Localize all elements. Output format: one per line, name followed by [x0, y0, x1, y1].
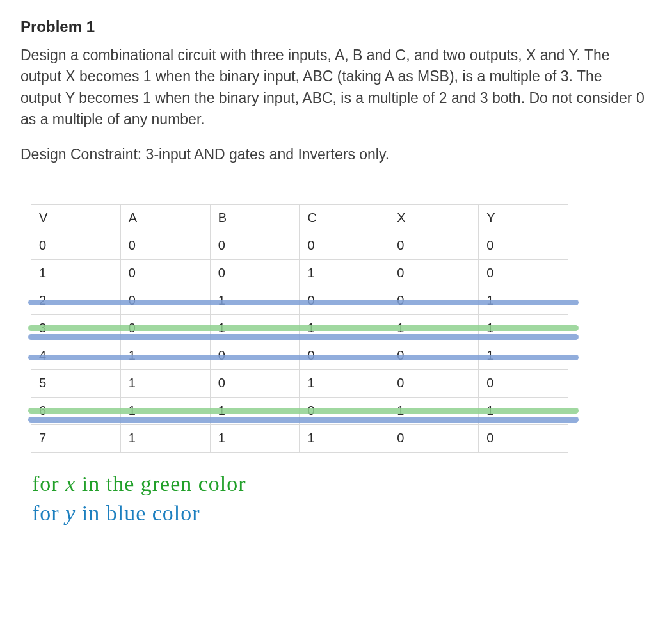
problem-statement: Design a combinational circuit with thre… [20, 45, 645, 130]
cell-c: 0 [300, 232, 389, 259]
cell-y: 0 [479, 259, 568, 287]
col-x: X [389, 204, 479, 232]
highlight-blue [28, 417, 579, 423]
table-row: 100100 [31, 259, 568, 287]
table-header-row: V A B C X Y [31, 204, 568, 232]
highlight-green [28, 408, 579, 414]
table-row: 711100 [31, 424, 568, 452]
cell-x: 0 [389, 424, 479, 452]
annotation-x-prefix: for [32, 472, 65, 495]
highlight-blue [28, 300, 579, 305]
cell-b: 0 [210, 369, 300, 397]
cell-y: 0 [479, 369, 568, 397]
page: Problem 1 Design a combinational circuit… [0, 0, 665, 554]
annotation-x-rest: in the green color [76, 472, 246, 495]
handwritten-annotations: for x in the green color for y in blue c… [32, 469, 645, 528]
cell-a: 1 [120, 369, 210, 397]
table-row: 510100 [31, 369, 568, 397]
annotation-x-var: x [65, 472, 76, 495]
annotation-y-prefix: for [32, 501, 65, 525]
cell-a: 0 [120, 259, 210, 287]
cell-x: 0 [389, 259, 479, 287]
col-a: A [120, 204, 210, 232]
table-row: 000000 [31, 232, 568, 259]
cell-y: 0 [479, 232, 568, 259]
col-c: C [300, 204, 389, 232]
cell-c: 1 [300, 424, 389, 452]
highlight-green [28, 325, 579, 331]
cell-b: 0 [210, 259, 300, 287]
cell-v: 5 [31, 369, 121, 397]
annotation-y-rest: in blue color [76, 501, 200, 525]
col-v: V [31, 204, 121, 232]
cell-y: 0 [479, 424, 568, 452]
problem-title: Problem 1 [20, 18, 645, 36]
cell-b: 0 [210, 232, 300, 259]
cell-v: 0 [31, 232, 121, 259]
cell-a: 0 [120, 232, 210, 259]
annotation-x: for x in the green color [32, 469, 645, 499]
highlight-blue [28, 334, 579, 340]
cell-x: 0 [389, 369, 479, 397]
annotation-y-var: y [65, 501, 76, 525]
design-constraint: Design Constraint: 3-input AND gates and… [20, 144, 645, 165]
highlight-blue [28, 355, 579, 360]
annotation-y: for y in blue color [32, 499, 645, 528]
cell-v: 7 [31, 424, 121, 452]
truth-table-wrap: V A B C X Y 0000001001002010013011114100… [31, 204, 568, 453]
col-y: Y [479, 204, 568, 232]
col-b: B [210, 204, 300, 232]
cell-v: 1 [31, 259, 121, 287]
cell-a: 1 [120, 424, 210, 452]
cell-b: 1 [210, 424, 300, 452]
cell-c: 1 [300, 369, 389, 397]
cell-c: 1 [300, 259, 389, 287]
cell-x: 0 [389, 232, 479, 259]
